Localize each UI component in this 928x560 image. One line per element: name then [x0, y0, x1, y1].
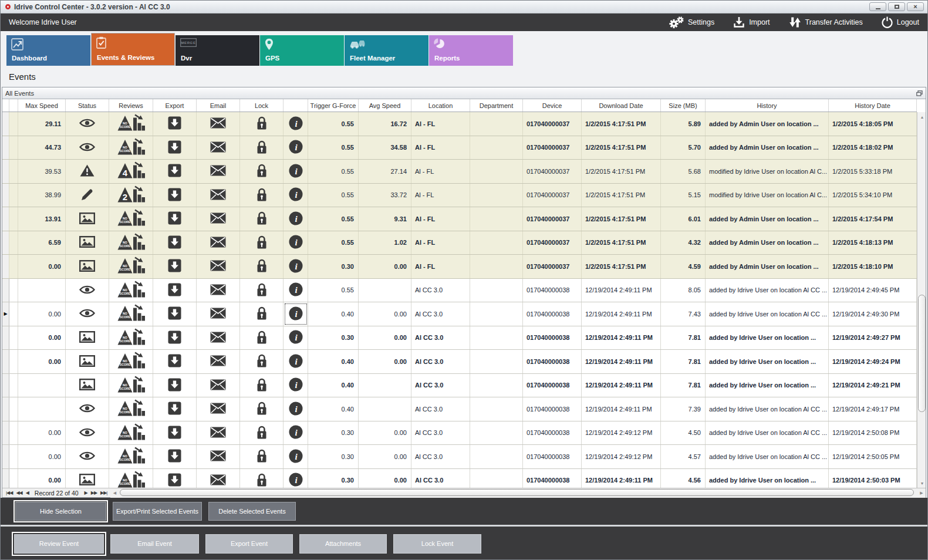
- cell-lock[interactable]: [240, 445, 284, 468]
- cell-lock[interactable]: [240, 374, 284, 397]
- cell-export[interactable]: [153, 469, 197, 488]
- cell-email[interactable]: [197, 255, 240, 278]
- table-row[interactable]: 50.00NOSCOREi0.400.00Al CC 3.00170400000…: [2, 350, 917, 374]
- table-row[interactable]: 544.73NOSCOREi0.5534.58Al - FL0170400000…: [2, 136, 917, 160]
- table-row[interactable]: 938.992i0.5533.72Al - FL0170400000371/2/…: [2, 184, 917, 208]
- table-row[interactable]: 00.00NOSCOREi0.300.00Al - FL017040000037…: [2, 255, 917, 279]
- table-row[interactable]: 70.00NOSCOREi0.300.00Al CC 3.00170400000…: [2, 326, 917, 350]
- close-button[interactable]: ×: [907, 2, 924, 11]
- email-event-button[interactable]: Email Event: [110, 534, 199, 554]
- cell-lock[interactable]: [240, 112, 284, 136]
- cell-email[interactable]: [197, 445, 240, 468]
- cell-email[interactable]: [197, 112, 240, 136]
- horizontal-scrollbar[interactable]: ◀ ▶: [110, 488, 926, 498]
- restore-panel-icon[interactable]: [916, 90, 923, 96]
- column-header-department[interactable]: Department: [470, 99, 523, 112]
- tab-dvr[interactable]: MERGEDvr: [176, 35, 259, 66]
- cell-reviews[interactable]: NOSCORE: [109, 112, 153, 136]
- column-header-export[interactable]: Export: [153, 99, 197, 112]
- cell-info[interactable]: i: [284, 302, 308, 326]
- cell-reviews[interactable]: NOSCORE: [109, 374, 153, 397]
- column-header-max-speed[interactable]: Max Speed: [18, 99, 66, 112]
- cell-reviews[interactable]: NOSCORE: [109, 397, 153, 421]
- column-header-reviews[interactable]: Reviews: [109, 99, 153, 112]
- next-record-button[interactable]: ▶: [85, 490, 87, 495]
- cell-info[interactable]: i: [284, 326, 308, 350]
- column-header-avg-speed[interactable]: Avg Speed: [359, 99, 411, 112]
- table-row[interactable]: 439.534i0.5527.14Al - FL0170400000371/2/…: [2, 160, 917, 184]
- tab-fleet-manager[interactable]: Fleet Manager: [345, 35, 428, 66]
- table-row[interactable]: 8NOSCOREi0.40Al CC 3.001704000003812/19/…: [2, 374, 917, 398]
- cell-email[interactable]: [197, 184, 240, 207]
- maximize-button[interactable]: [888, 2, 905, 11]
- cell-info[interactable]: i: [284, 160, 308, 183]
- cell-info[interactable]: i: [284, 279, 308, 302]
- scroll-right-arrow-icon[interactable]: ▶: [917, 488, 926, 498]
- cell-export[interactable]: [153, 445, 197, 468]
- cell-email[interactable]: [197, 326, 240, 350]
- review-event-button[interactable]: Review Event: [14, 534, 104, 554]
- cell-export[interactable]: [153, 160, 197, 183]
- cell-lock[interactable]: [240, 350, 284, 373]
- table-row[interactable]: 229.11NOSCOREi0.5516.72Al - FL0170400000…: [2, 112, 917, 136]
- hide-selection-button[interactable]: Hide Selection: [15, 502, 106, 521]
- cell-export[interactable]: [153, 184, 197, 207]
- cell-lock[interactable]: [240, 160, 284, 183]
- cell-info[interactable]: i: [284, 445, 308, 468]
- cell-info[interactable]: i: [284, 469, 308, 488]
- cell-export[interactable]: [153, 397, 197, 421]
- cell-email[interactable]: [197, 469, 240, 488]
- cell-info[interactable]: i: [284, 255, 308, 278]
- cell-info[interactable]: i: [284, 374, 308, 397]
- last-record-button[interactable]: ▶▶|: [100, 490, 107, 495]
- cell-reviews[interactable]: NOSCORE: [109, 469, 153, 488]
- cell-export[interactable]: [153, 326, 197, 350]
- cell-email[interactable]: [197, 374, 240, 397]
- cell-reviews[interactable]: NOSCORE: [109, 421, 153, 445]
- cell-export[interactable]: [153, 302, 197, 326]
- cell-reviews[interactable]: 2: [109, 184, 153, 207]
- cell-lock[interactable]: [240, 302, 284, 326]
- cell-export[interactable]: [153, 374, 197, 397]
- scroll-left-arrow-icon[interactable]: ◀: [110, 488, 119, 498]
- cell-email[interactable]: [197, 136, 240, 160]
- next-page-button[interactable]: ▶▶: [91, 490, 97, 495]
- table-row[interactable]: 06.59NOSCOREi0.551.02Al - FL017040000037…: [2, 231, 917, 255]
- export-event-button[interactable]: Export Event: [205, 534, 293, 554]
- cell-email[interactable]: [197, 207, 240, 231]
- cell-reviews[interactable]: NOSCORE: [109, 231, 153, 255]
- cell-reviews[interactable]: 4: [109, 160, 153, 183]
- cell-reviews[interactable]: NOSCORE: [109, 279, 153, 302]
- import-button[interactable]: Import: [733, 16, 770, 28]
- cell-email[interactable]: [197, 231, 240, 255]
- table-row[interactable]: 50.00NOSCOREi0.300.00Al CC 3.00170400000…: [2, 469, 917, 488]
- cell-lock[interactable]: [240, 255, 284, 278]
- cell-info[interactable]: i: [284, 136, 308, 160]
- cell-lock[interactable]: [240, 207, 284, 231]
- cell-reviews[interactable]: NOSCORE: [109, 302, 153, 326]
- cell-lock[interactable]: [240, 397, 284, 421]
- cell-reviews[interactable]: NOSCORE: [109, 326, 153, 350]
- column-header-status[interactable]: Status: [66, 99, 109, 112]
- cell-email[interactable]: [197, 302, 240, 326]
- prev-page-button[interactable]: ◀◀: [16, 490, 22, 495]
- cell-export[interactable]: [153, 350, 197, 373]
- tab-gps[interactable]: GPS: [260, 35, 344, 66]
- column-header-location[interactable]: Location: [411, 99, 470, 112]
- cell-export[interactable]: [153, 112, 197, 136]
- prev-record-button[interactable]: ◀: [26, 490, 29, 495]
- column-header-download-date[interactable]: Download Date: [582, 99, 661, 112]
- tab-reports[interactable]: Reports: [429, 35, 513, 66]
- table-row[interactable]: 5NOSCOREi0.40Al CC 3.001704000003812/19/…: [2, 397, 917, 421]
- export-print-selected-events-button[interactable]: Export/Print Selected Events: [113, 502, 202, 521]
- cell-lock[interactable]: [240, 184, 284, 207]
- tab-dashboard[interactable]: Dashboard: [6, 35, 90, 66]
- first-record-button[interactable]: |◀◀: [6, 490, 12, 495]
- cell-export[interactable]: [153, 279, 197, 302]
- cell-info[interactable]: i: [284, 397, 308, 421]
- column-header-device[interactable]: Device: [523, 99, 582, 112]
- cell-lock[interactable]: [240, 421, 284, 445]
- logout-button[interactable]: Logout: [882, 16, 919, 28]
- lock-event-button[interactable]: Lock Event: [393, 534, 481, 554]
- cell-lock[interactable]: [240, 279, 284, 302]
